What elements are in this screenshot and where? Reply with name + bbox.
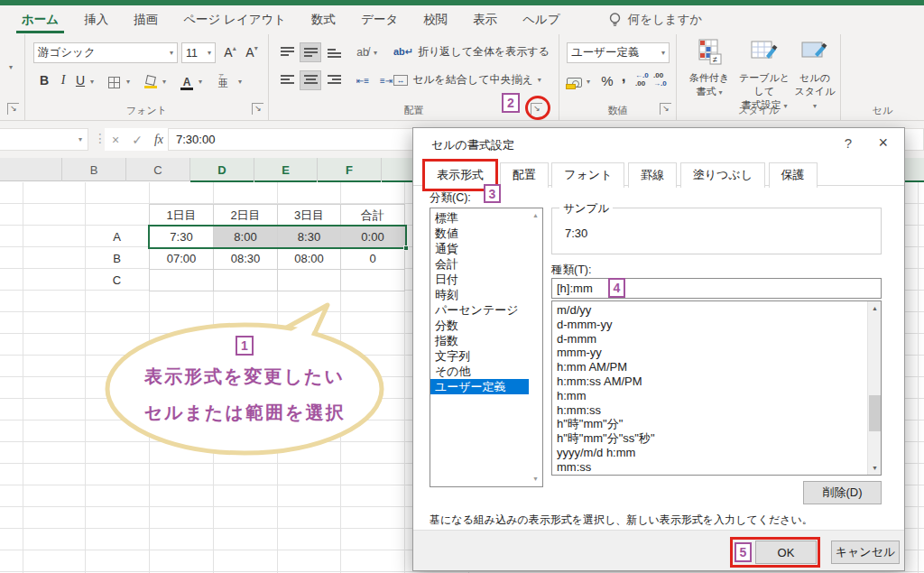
cancel-entry-button[interactable]: ×	[105, 128, 126, 151]
cell-f3[interactable]: 8:30	[277, 226, 341, 248]
comma-style-button[interactable]: ,	[617, 67, 630, 87]
italic-button[interactable]: I	[56, 70, 70, 90]
column-header[interactable]: B	[62, 158, 126, 181]
ribbon-tab[interactable]: データ	[348, 5, 411, 34]
format-item[interactable]: m/d/yy	[552, 303, 881, 318]
close-icon[interactable]: ×	[878, 134, 888, 152]
ribbon-tab[interactable]: 数式	[299, 5, 348, 34]
ribbon-tab[interactable]: 描画	[121, 5, 171, 34]
borders-chevron-icon[interactable]: ▾	[126, 78, 130, 86]
cancel-button[interactable]: キャンセル	[831, 541, 900, 564]
decrease-decimal-button[interactable]: .00→.0	[653, 70, 667, 90]
bold-button[interactable]: B	[36, 70, 52, 90]
format-item[interactable]: h:mm	[552, 389, 881, 403]
phonetic-chevron-icon[interactable]: ▾	[238, 78, 242, 86]
ok-button[interactable]: OK	[755, 541, 817, 564]
tell-me[interactable]: 何をしますか	[609, 12, 703, 28]
align-right-button[interactable]	[323, 70, 345, 90]
category-item[interactable]: 会計	[430, 256, 542, 272]
cell-d2[interactable]: 1日目	[149, 204, 214, 226]
name-box[interactable]: ▾	[0, 128, 88, 151]
insert-function-button[interactable]: fx	[148, 128, 170, 151]
scroll-up-icon[interactable]: ▲	[868, 301, 882, 315]
cell-c3[interactable]: A	[85, 226, 149, 247]
cell-d4[interactable]: 07:00	[149, 247, 214, 270]
fill-color-button[interactable]	[144, 72, 157, 92]
cell-c4[interactable]: B	[85, 247, 149, 269]
number-dialog-launcher[interactable]: ↘	[660, 103, 671, 115]
fill-color-chevron-icon[interactable]: ▾	[162, 78, 166, 86]
cell-f2[interactable]: 3日目	[277, 204, 341, 226]
category-item[interactable]: パーセンテージ	[430, 302, 542, 318]
ribbon-tab[interactable]: 校閲	[411, 5, 460, 34]
dialog-tab[interactable]: 罫線	[628, 162, 677, 188]
align-left-button[interactable]	[276, 70, 298, 90]
underline-button[interactable]: U	[72, 70, 88, 90]
column-header[interactable]: F	[318, 158, 382, 181]
clipboard-dialog-launcher[interactable]: ↘	[7, 103, 19, 115]
category-item[interactable]: 通貨	[430, 241, 542, 256]
format-item[interactable]: yyyy/m/d h:mm	[552, 446, 881, 460]
cell-e4[interactable]: 08:30	[213, 247, 278, 270]
align-bottom-button[interactable]	[323, 42, 345, 62]
font-size-combo[interactable]: 11 ▾	[181, 42, 216, 63]
cell-e5[interactable]	[213, 269, 278, 291]
category-item[interactable]: その他	[430, 364, 542, 379]
grow-font-button[interactable]: A▴	[220, 42, 240, 62]
type-input[interactable]: [h]:mm	[551, 278, 882, 299]
help-icon[interactable]: ?	[845, 135, 852, 151]
column-header[interactable]: E	[254, 158, 318, 181]
format-item[interactable]: d-mmm-yy	[552, 318, 881, 332]
font-color-button[interactable]: A	[180, 72, 193, 92]
phonetic-button[interactable]: ア亜	[218, 70, 228, 90]
dialog-tab[interactable]: 保護	[769, 162, 818, 188]
font-name-combo[interactable]: 游ゴシック ▾	[33, 42, 178, 63]
format-item[interactable]: h"時"mm"分"ss"秒"	[552, 431, 881, 446]
align-middle-button[interactable]	[300, 42, 321, 62]
scroll-up-icon[interactable]: ▲	[530, 209, 541, 222]
format-item[interactable]: h:mm:ss	[552, 403, 881, 418]
column-header[interactable]: D	[190, 158, 254, 181]
cell-f4[interactable]: 08:00	[277, 247, 341, 270]
increase-decimal-button[interactable]: ←.0.00	[635, 70, 649, 90]
cell-d5[interactable]	[149, 269, 214, 291]
cell-f5[interactable]	[277, 269, 341, 291]
fill-handle[interactable]	[403, 245, 409, 251]
merge-center-button[interactable]: ↔ セルを結合して中央揃え ▾	[393, 72, 541, 88]
category-item[interactable]: 文字列	[430, 348, 542, 364]
dialog-tab[interactable]: 塗りつぶし	[680, 162, 765, 188]
cell-e2[interactable]: 2日目	[213, 204, 278, 226]
cell-e3[interactable]: 8:00	[213, 226, 278, 248]
cell-g2[interactable]: 合計	[340, 204, 405, 226]
scroll-down-icon[interactable]: ▼	[868, 461, 882, 475]
percent-style-button[interactable]: %	[599, 70, 615, 90]
category-item[interactable]: 数値	[430, 226, 542, 241]
underline-chevron-icon[interactable]: ▾	[90, 78, 94, 86]
enter-entry-button[interactable]: ✓	[126, 128, 148, 151]
category-item[interactable]: 分数	[430, 318, 542, 333]
scrollbar-thumb[interactable]	[869, 395, 881, 431]
orientation-button[interactable]: ab̸	[354, 42, 372, 62]
cell-d3-active[interactable]: 7:30	[149, 226, 214, 248]
format-item[interactable]: h:mm AM/PM	[552, 360, 881, 374]
shrink-font-button[interactable]: A▾	[242, 42, 262, 62]
category-item[interactable]: 指数	[430, 333, 542, 348]
category-item[interactable]: ユーザー定義	[430, 379, 542, 394]
alignment-dialog-launcher[interactable]: ↘	[531, 103, 542, 115]
dialog-tab[interactable]: フォント	[551, 162, 624, 188]
column-header[interactable]: C	[126, 158, 190, 181]
format-item[interactable]: d-mmm	[552, 332, 881, 347]
cell-g5[interactable]	[340, 269, 405, 291]
align-top-button[interactable]	[276, 42, 298, 62]
accounting-format-button[interactable]	[567, 72, 582, 92]
ribbon-tab[interactable]: 表示	[460, 5, 510, 34]
ribbon-tab[interactable]: ホーム	[9, 5, 71, 34]
font-color-chevron-icon[interactable]: ▾	[199, 78, 202, 86]
format-item[interactable]: mmm-yy	[552, 346, 881, 360]
orientation-chevron-icon[interactable]: ▾	[374, 49, 377, 57]
scroll-down-icon[interactable]: ▼	[530, 473, 541, 485]
format-scrollbar[interactable]: ▲ ▼	[867, 301, 881, 475]
ribbon-tab[interactable]: 挿入	[71, 5, 121, 34]
number-format-combo[interactable]: ユーザー定義 ▾	[567, 42, 670, 63]
category-item[interactable]: 日付	[430, 272, 542, 287]
